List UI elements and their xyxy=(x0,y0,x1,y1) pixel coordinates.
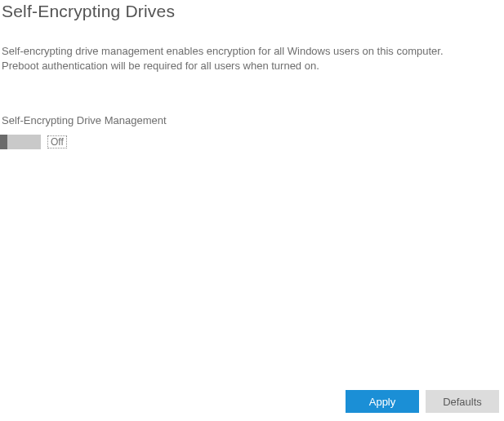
toggle-handle xyxy=(0,135,7,149)
page-title: Self-Encrypting Drives xyxy=(0,0,504,21)
description-block: Self-encrypting drive management enables… xyxy=(0,21,504,73)
description-line-2: Preboot authentication will be required … xyxy=(2,59,502,73)
defaults-button[interactable]: Defaults xyxy=(426,390,499,413)
description-line-1: Self-encrypting drive management enables… xyxy=(2,44,502,59)
section-label: Self-Encrypting Drive Management xyxy=(0,73,504,126)
management-toggle[interactable] xyxy=(0,135,41,149)
toggle-status-label: Off xyxy=(47,135,67,148)
toggle-row: Off xyxy=(0,126,504,149)
apply-button[interactable]: Apply xyxy=(346,390,419,413)
button-bar: Apply Defaults xyxy=(346,390,499,413)
